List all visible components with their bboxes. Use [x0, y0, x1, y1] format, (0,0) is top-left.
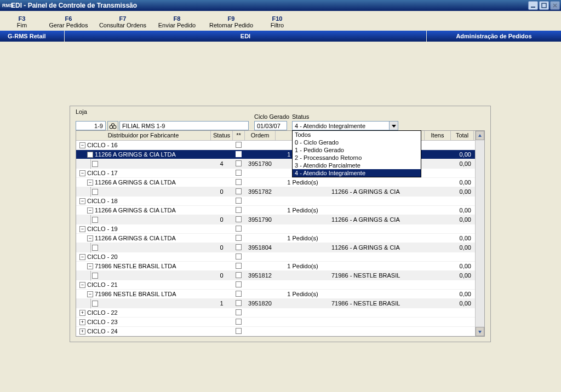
window-restore-button[interactable]	[539, 1, 549, 10]
status-option[interactable]: 3 - Atendido Parcialmete	[293, 162, 421, 169]
col-total[interactable]: Total	[451, 131, 474, 140]
tree-expand-icon[interactable]: −	[87, 180, 93, 186]
row-checkbox[interactable]	[236, 179, 242, 185]
grid-scrollbar[interactable]	[475, 131, 484, 336]
tree-expand-icon[interactable]: −	[87, 152, 93, 158]
row-checkbox[interactable]	[236, 291, 242, 297]
tree-expand-icon[interactable]: −	[79, 282, 85, 288]
fnkey-f10[interactable]: F10Filtro	[261, 15, 294, 28]
group-label: CICLO - 18	[87, 198, 118, 204]
scroll-up-button[interactable]	[476, 131, 484, 140]
store-code-input[interactable]	[76, 121, 106, 130]
group-label: 71986 NESTLE BRASIL LTDA	[95, 291, 176, 297]
row-checkbox[interactable]	[236, 300, 242, 306]
grid-group-row[interactable]: −71986 NESTLE BRASIL LTDA1 Pedido(s)0,00	[76, 262, 475, 271]
grid-leaf-row[interactable]: 0395180411266 - A GRINGS & CIA0,00	[76, 243, 475, 252]
row-checkbox[interactable]	[236, 198, 242, 204]
grid-leaf-row[interactable]: 1395182071986 - NESTLE BRASIL0,00	[76, 299, 475, 308]
data-grid: Distribuidor por Fabricante Status ** Or…	[76, 130, 485, 337]
grid-group-row[interactable]: +CICLO - 23	[76, 318, 475, 327]
col-ordem[interactable]: Ordem	[245, 131, 276, 140]
status-label: Status	[292, 113, 309, 120]
tree-expand-icon[interactable]: −	[87, 207, 93, 214]
tree-expand-icon[interactable]: −	[87, 263, 93, 269]
tree-expand-icon[interactable]: +	[79, 328, 85, 335]
fnkey-label: Filtro	[261, 22, 294, 28]
scroll-down-button[interactable]	[476, 327, 484, 336]
grid-group-row[interactable]: −11266 A GRINGS & CIA LTDA1 Pedido(s)0,0…	[76, 178, 475, 187]
grid-group-row[interactable]: −CICLO - 21	[76, 280, 475, 290]
tree-expand-icon[interactable]: −	[79, 142, 85, 148]
grid-group-row[interactable]: −71986 NESTLE BRASIL LTDA1 Pedido(s)0,00	[76, 290, 475, 299]
row-checkbox[interactable]	[236, 188, 242, 194]
svg-marker-7	[478, 134, 482, 137]
row-checkbox[interactable]	[236, 272, 242, 278]
grid-group-row[interactable]: −CICLO - 20	[76, 252, 475, 262]
store-name-input[interactable]	[119, 121, 249, 130]
row-checkbox[interactable]	[236, 142, 242, 148]
tree-expand-icon[interactable]: −	[79, 254, 85, 260]
row-checkbox[interactable]	[236, 216, 242, 222]
row-checkbox[interactable]	[236, 319, 242, 325]
cycle-date-input[interactable]	[254, 121, 287, 130]
grid-leaf-row[interactable]: 0395178211266 - A GRINGS & CIA0,00	[76, 187, 475, 197]
col-check[interactable]: **	[233, 131, 245, 140]
tree-expand-icon[interactable]: +	[79, 310, 85, 316]
grid-group-row[interactable]: −CICLO - 18	[76, 197, 475, 206]
tree-expand-icon[interactable]: −	[79, 198, 85, 204]
row-checkbox[interactable]	[236, 263, 242, 269]
col-itens[interactable]: Itens	[425, 131, 451, 140]
grid-group-row[interactable]: −11266 A GRINGS & CIA LTDA1 Pedido(s)0,0…	[76, 206, 475, 215]
fnkey-f9[interactable]: F9Retornar Pedido	[204, 15, 259, 28]
grid-group-row[interactable]: −11266 A GRINGS & CIA LTDA1 Pedido(s)0,0…	[76, 234, 475, 243]
status-option[interactable]: 1 - Pedido Gerado	[293, 146, 421, 154]
ribbon-module: EDI	[65, 31, 427, 42]
row-checkbox[interactable]	[236, 151, 242, 157]
row-checkbox[interactable]	[236, 281, 242, 287]
tree-expand-icon[interactable]: −	[79, 170, 85, 176]
status-combobox[interactable]: 4 - Atendido Integralmente	[292, 121, 398, 130]
row-checkbox[interactable]	[236, 160, 242, 166]
fnkey-f7[interactable]: F7Consultar Ordens	[95, 15, 150, 28]
svg-point-4	[110, 125, 113, 129]
row-checkbox[interactable]	[236, 226, 242, 232]
row-checkbox[interactable]	[236, 328, 242, 334]
fnkey-f6[interactable]: F6Gerar Pedidos	[44, 15, 93, 28]
grid-group-row[interactable]: −CICLO - 19	[76, 224, 475, 234]
row-checkbox[interactable]	[236, 253, 242, 260]
status-option[interactable]: 0 - Ciclo Gerado	[293, 139, 421, 146]
grid-leaf-row[interactable]: 0395181271986 - NESTLE BRASIL0,00	[76, 271, 475, 280]
tree-expand-icon[interactable]: −	[87, 291, 93, 297]
tree-expand-icon[interactable]: −	[87, 235, 93, 241]
row-checkbox[interactable]	[236, 309, 242, 315]
tree-expand-icon[interactable]: −	[79, 226, 85, 232]
grid-group-row[interactable]: +CICLO - 22	[76, 308, 475, 318]
group-label: 11266 A GRINGS & CIA LTDA	[95, 179, 176, 186]
fnkey-f8[interactable]: F8Enviar Pedido	[152, 15, 202, 28]
app-tag: RMS	[2, 3, 11, 8]
window-minimize-button[interactable]	[528, 1, 538, 10]
status-option[interactable]: 2 - Processando Retorno	[293, 154, 421, 162]
tree-leaf-icon	[92, 245, 98, 251]
group-label: CICLO - 21	[87, 281, 118, 288]
group-label: CICLO - 20	[87, 253, 118, 260]
col-status[interactable]: Status	[211, 131, 233, 140]
group-label: 11266 A GRINGS & CIA LTDA	[95, 151, 176, 158]
row-checkbox[interactable]	[236, 170, 242, 176]
status-combobox-value: 4 - Atendido Integralmente	[295, 123, 365, 129]
row-checkbox[interactable]	[236, 235, 242, 241]
window-close-button	[550, 1, 560, 10]
ribbon-app: G-RMS Retail	[0, 31, 65, 42]
status-option[interactable]: 4 - Atendido Integralmente	[293, 169, 421, 177]
status-dropdown-list[interactable]: Todos0 - Ciclo Gerado1 - Pedido Gerado2 …	[292, 130, 421, 177]
grid-leaf-row[interactable]: 0395179011266 - A GRINGS & CIA0,00	[76, 215, 475, 224]
grid-group-row[interactable]: +CICLO - 24	[76, 327, 475, 336]
tree-expand-icon[interactable]: +	[79, 319, 85, 325]
row-checkbox[interactable]	[236, 207, 242, 213]
row-checkbox[interactable]	[236, 244, 242, 250]
status-option[interactable]: Todos	[293, 131, 421, 139]
fnkey-f3[interactable]: F3Fim	[2, 15, 42, 28]
fnkey-code: F8	[152, 15, 202, 22]
tree-leaf-icon	[92, 217, 98, 223]
col-distribuidor[interactable]: Distribuidor por Fabricante	[76, 131, 211, 140]
